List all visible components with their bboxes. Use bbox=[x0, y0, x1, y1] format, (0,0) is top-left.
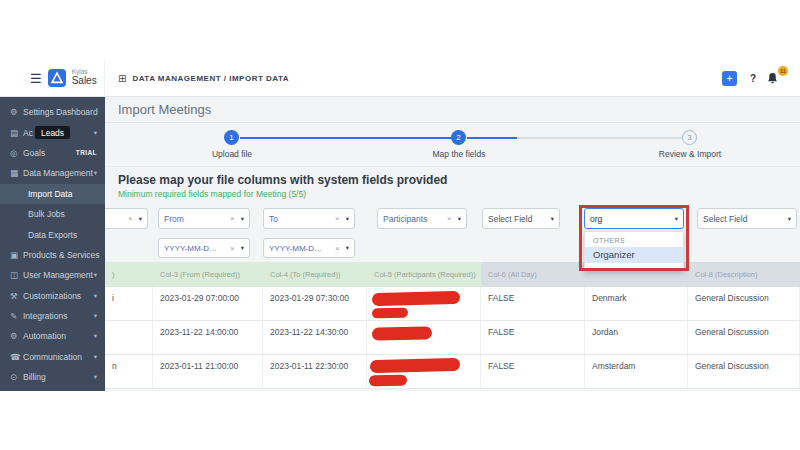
sidebar-item-communication[interactable]: ☎ Communication ▾ bbox=[0, 347, 105, 367]
chevron-down-icon: ▾ bbox=[94, 373, 97, 381]
integrations-icon: ✎ bbox=[10, 311, 23, 321]
sidebar-item-leads[interactable]: ▤ Ac Leads ▾ bbox=[0, 122, 105, 142]
mapping-heading: Please map your file columns with system… bbox=[118, 173, 447, 187]
chevron-down-icon: ▾ bbox=[94, 271, 97, 279]
sidebar-item-products-services[interactable]: ▣ Products & Services bbox=[0, 245, 105, 265]
field-select-to[interactable]: To × ▾ bbox=[263, 208, 355, 229]
chevron-down-icon: ▾ bbox=[346, 244, 349, 252]
chevron-down-icon: ▾ bbox=[139, 215, 142, 223]
sidebar-item-settings-dashboard[interactable]: ⚙ Settings Dashboard bbox=[0, 102, 105, 122]
chevron-down-icon: ▾ bbox=[551, 215, 554, 223]
field-select-description[interactable]: Select Field ▾ bbox=[697, 208, 797, 229]
table-row: 2023-11-22 14:00:00 2023-11-22 14:30:00 … bbox=[105, 321, 800, 355]
breadcrumb: ⊞ DATA MANAGEMENT / IMPORT DATA bbox=[118, 60, 289, 96]
sidebar-item-data-management[interactable]: ▦ Data Management ▾ bbox=[0, 163, 105, 183]
cell bbox=[105, 321, 153, 354]
page-title: Import Meetings bbox=[118, 102, 211, 117]
field-select-all-day[interactable]: Select Field ▾ bbox=[482, 208, 560, 229]
cell-from: 2023-11-22 14:00:00 bbox=[153, 321, 263, 354]
sidebar-item-automation[interactable]: ⚙ Automation ▾ bbox=[0, 326, 105, 346]
sidebar-item-data-exports[interactable]: Data Exports bbox=[0, 224, 105, 244]
gear-icon: ⚙ bbox=[10, 107, 23, 117]
cell-to: 2023-01-29 07:30:00 bbox=[263, 287, 367, 320]
clear-icon[interactable]: × bbox=[230, 244, 235, 253]
sidebar-item-import-data[interactable]: Import Data bbox=[0, 184, 105, 204]
chevron-down-icon: ▾ bbox=[346, 215, 349, 223]
sidebar-item-label: Ac bbox=[23, 128, 33, 138]
brand-zone: ☰ Kylas Sales bbox=[0, 60, 105, 96]
cell-description: General Discussion bbox=[688, 355, 800, 388]
sidebar-item-label: Import Data bbox=[28, 189, 72, 199]
field-select-value: To bbox=[269, 214, 278, 224]
sidebar-item-billing[interactable]: ⊙ Billing ▾ bbox=[0, 367, 105, 387]
clear-icon[interactable]: × bbox=[335, 244, 340, 253]
step-1-circle[interactable]: 1 bbox=[224, 130, 239, 145]
field-select-organizer-search[interactable]: ▾ bbox=[584, 208, 684, 229]
date-format-value: YYYY-MM-DD H... bbox=[269, 244, 327, 253]
step-2-circle[interactable]: 2 bbox=[451, 130, 466, 145]
brand-name: Kylas Sales bbox=[72, 69, 97, 86]
field-search-input[interactable] bbox=[590, 214, 652, 224]
dropdown-option-organizer[interactable]: Organizer bbox=[585, 247, 683, 263]
date-format-select-to[interactable]: YYYY-MM-DD H... × ▾ bbox=[263, 238, 355, 258]
sidebar-item-label: Data Management bbox=[23, 168, 93, 178]
cell-participants-redacted bbox=[367, 287, 481, 320]
chevron-down-icon: ▾ bbox=[94, 332, 97, 340]
date-format-select-from[interactable]: YYYY-MM-DD H... × ▾ bbox=[158, 238, 250, 258]
cell-organizer: Amsterdam bbox=[585, 355, 688, 388]
clear-icon[interactable]: × bbox=[335, 214, 340, 223]
clear-icon[interactable]: × bbox=[230, 214, 235, 223]
cell-organizer: Denmark bbox=[585, 287, 688, 320]
sidebar-item-integrations[interactable]: ✎ Integrations ▾ bbox=[0, 306, 105, 326]
field-select-value: Select Field bbox=[488, 214, 532, 224]
sidebar-item-label: Bulk Jobs bbox=[28, 209, 65, 219]
column-header: Col-8 (Description) bbox=[688, 262, 800, 287]
clear-icon[interactable]: × bbox=[447, 214, 452, 223]
clear-icon[interactable]: × bbox=[128, 214, 133, 223]
sidebar-item-bulk-jobs[interactable]: Bulk Jobs bbox=[0, 204, 105, 224]
step-2-label: Map the fields bbox=[409, 149, 509, 159]
field-select-from[interactable]: From × ▾ bbox=[158, 208, 250, 229]
sidebar-item-label: Data Exports bbox=[28, 230, 77, 240]
step-3-label: Review & Import bbox=[640, 149, 740, 159]
sidebar-item-goals[interactable]: ◎ Goals TRIAL bbox=[0, 143, 105, 163]
goals-icon: ◎ bbox=[10, 148, 23, 158]
field-select-value: From bbox=[164, 214, 184, 224]
hamburger-menu-icon[interactable]: ☰ bbox=[30, 71, 42, 86]
billing-icon: ⊙ bbox=[10, 372, 23, 382]
column-header: Col-3 (From (Required)) bbox=[153, 262, 263, 287]
chevron-down-icon: ▾ bbox=[675, 215, 678, 223]
redaction-mark bbox=[372, 308, 408, 319]
leads-tooltip: Leads bbox=[35, 126, 70, 139]
sidebar-item-label: Customizations bbox=[23, 291, 81, 301]
field-select-participants[interactable]: Participants × ▾ bbox=[377, 208, 467, 229]
column-header: Col-6 (All Day) bbox=[481, 262, 585, 287]
sidebar-item-label: User Management bbox=[23, 270, 93, 280]
step-3-circle[interactable]: 3 bbox=[682, 130, 697, 145]
sidebar-item-customizations[interactable]: ⚒ Customizations ▾ bbox=[0, 286, 105, 306]
screenshot-canvas: ☰ Kylas Sales ⊞ DATA MANAGEMENT / IMPORT… bbox=[0, 0, 800, 450]
field-select-cutoff[interactable]: × ▾ bbox=[105, 208, 148, 229]
data-management-icon: ▦ bbox=[10, 168, 23, 178]
sidebar-item-user-management[interactable]: ◫ User Management ▾ bbox=[0, 265, 105, 285]
cell-description: General Discussion bbox=[688, 287, 800, 320]
sidebar-nav: ⚙ Settings Dashboard ▤ Ac Leads ▾ ◎ Goal… bbox=[0, 97, 105, 391]
grid-icon: ⊞ bbox=[118, 73, 126, 84]
kylas-logo-icon bbox=[48, 69, 66, 87]
sidebar-item-label: Goals bbox=[23, 148, 45, 158]
redaction-mark bbox=[372, 291, 460, 306]
users-icon: ◫ bbox=[10, 270, 23, 280]
import-stepper: 1 2 3 Upload file Map the fields Review … bbox=[105, 123, 800, 167]
cell: n bbox=[105, 355, 153, 388]
help-button[interactable]: ? bbox=[750, 73, 756, 84]
app-window: ☰ Kylas Sales ⊞ DATA MANAGEMENT / IMPORT… bbox=[0, 60, 800, 391]
cell-description: General Discussion bbox=[688, 321, 800, 354]
notification-count-badge: 11 bbox=[778, 66, 788, 76]
cell-to: 2023-01-11 22:30:00 bbox=[263, 355, 367, 388]
stepper-connector bbox=[467, 137, 517, 139]
chevron-down-icon: ▾ bbox=[788, 215, 791, 223]
sidebar-item-label: Integrations bbox=[23, 311, 67, 321]
preview-table: ) Col-3 (From (Required)) Col-4 (To (Req… bbox=[105, 262, 800, 389]
quick-add-button[interactable]: + bbox=[722, 71, 737, 86]
redaction-mark bbox=[372, 326, 432, 341]
